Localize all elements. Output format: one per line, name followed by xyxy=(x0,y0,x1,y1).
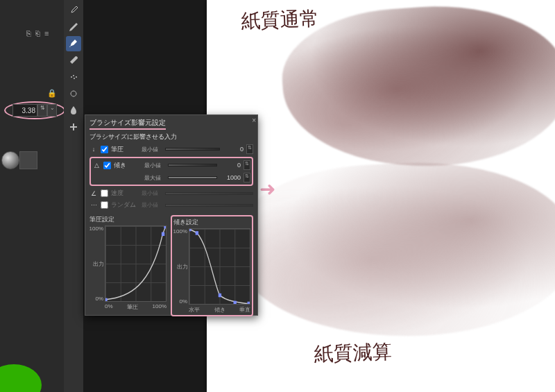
svg-point-1 xyxy=(73,75,74,76)
pressure-curve[interactable]: 出力 xyxy=(105,225,166,302)
row-tilt-max: 最大値 1000 ⇅ xyxy=(92,171,250,184)
speed-icon: ∠ xyxy=(89,190,98,197)
pen-icon[interactable] xyxy=(66,36,81,51)
pressure-min-stepper[interactable]: ⇅ xyxy=(246,144,253,154)
svg-rect-4 xyxy=(105,298,108,301)
color-swatches xyxy=(1,151,37,169)
svg-point-0 xyxy=(71,76,72,78)
handwriting-bottom: 紙質減算 xyxy=(314,339,392,368)
pressure-curve-block: 筆圧設定 100% 0% 出力 0% 筆圧 xyxy=(89,215,166,316)
row-tilt: △ 傾き 最小値 0 ⇅ xyxy=(92,159,250,171)
speed-slider xyxy=(165,192,253,195)
pencil-icon[interactable] xyxy=(66,19,81,35)
brush-icon[interactable] xyxy=(66,53,81,68)
pressure-min-slider[interactable] xyxy=(165,148,220,151)
row-speed: ∠ 速度 最小値 xyxy=(89,187,253,199)
pressure-icon: ↓ xyxy=(89,146,98,153)
arrow-icon: ➜ xyxy=(259,178,275,201)
svg-rect-5 xyxy=(162,232,164,236)
export-icon[interactable]: ⎘ xyxy=(26,29,31,37)
decoration-icon[interactable] xyxy=(66,86,81,101)
speed-checkbox[interactable] xyxy=(101,189,108,197)
handwriting-top: 紙質通常 xyxy=(241,6,319,35)
eyedropper-icon[interactable] xyxy=(66,3,81,18)
inputs-label: ブラシサイズに影響させる入力 xyxy=(89,133,253,142)
brush-size-input[interactable] xyxy=(12,104,37,117)
brush-size-dynamics-popup: × ブラシサイズ影響元設定 ブラシサイズに影響させる入力 ↓ 筆圧 最小値 0 … xyxy=(85,114,258,316)
menu-icon[interactable]: ≡ xyxy=(44,29,49,37)
tilt-min-stepper[interactable]: ⇅ xyxy=(244,160,250,170)
tilt-max-stepper[interactable]: ⇅ xyxy=(244,173,250,182)
size-stepper[interactable]: ⇅ xyxy=(37,104,47,117)
color-swatch-sphere[interactable] xyxy=(1,151,19,169)
color-swatch-flat[interactable] xyxy=(19,151,37,169)
color-preview xyxy=(0,364,42,392)
svg-rect-9 xyxy=(219,293,221,297)
curves: 筆圧設定 100% 0% 出力 0% 筆圧 xyxy=(89,215,253,316)
svg-rect-8 xyxy=(196,231,198,235)
svg-rect-11 xyxy=(248,302,250,304)
tilt-max-slider[interactable] xyxy=(168,176,217,179)
svg-rect-7 xyxy=(189,229,191,231)
left-panel: ⎘ ⎗ ≡ 🔒 ⇅ ⌄ xyxy=(0,0,64,392)
tilt-curve[interactable]: 出力 xyxy=(189,228,250,305)
lock-icon[interactable]: 🔒 xyxy=(47,89,57,98)
tilt-highlight: △ 傾き 最小値 0 ⇅ 最大値 1000 ⇅ xyxy=(89,157,253,186)
paint-stroke-bottom xyxy=(230,154,555,345)
row-random: ⋯ ランダム 最小値 xyxy=(89,199,253,211)
svg-rect-10 xyxy=(234,301,237,304)
brush-size-highlight: ⇅ ⌄ xyxy=(4,101,65,119)
random-checkbox[interactable] xyxy=(101,201,108,209)
popup-title: ブラシサイズ影響元設定 xyxy=(89,118,166,130)
random-icon: ⋯ xyxy=(89,202,98,209)
tilt-icon: △ xyxy=(92,162,101,169)
paint-stroke-top xyxy=(278,0,555,176)
random-slider xyxy=(165,204,253,207)
svg-rect-6 xyxy=(164,226,166,228)
svg-point-3 xyxy=(76,76,77,78)
svg-point-2 xyxy=(74,78,75,79)
row-pressure: ↓ 筆圧 最小値 0 ⇅ xyxy=(89,143,253,155)
blur-icon[interactable] xyxy=(66,103,81,118)
pressure-checkbox[interactable] xyxy=(101,146,108,153)
size-dropdown[interactable]: ⌄ xyxy=(47,104,57,117)
add-icon[interactable] xyxy=(66,119,81,135)
airbrush-icon[interactable] xyxy=(66,69,81,85)
tilt-min-slider[interactable] xyxy=(168,164,217,167)
tools-strip xyxy=(64,0,83,392)
tilt-checkbox[interactable] xyxy=(103,162,111,169)
import-icon[interactable]: ⎗ xyxy=(35,29,40,37)
tilt-curve-highlight: 傾き設定 100% 0% 出力 xyxy=(171,215,253,316)
